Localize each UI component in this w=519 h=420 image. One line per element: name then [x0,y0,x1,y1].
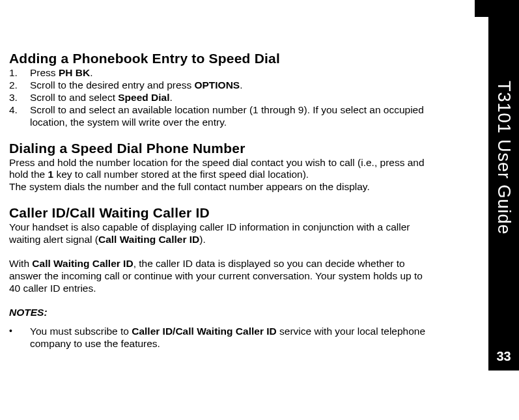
paragraph-callerid-1: Your handset is also capable of displayi… [9,221,431,246]
text-bold: Call Waiting Caller ID [32,258,133,269]
text-bold: Call Waiting Caller ID [98,234,199,245]
step-item: 1. Press PH BK. [9,67,431,79]
step-bold: Speed Dial [118,92,169,103]
paragraph-callerid-2: With Call Waiting Caller ID, the caller … [9,258,431,295]
step-text: Press [30,67,59,78]
paragraph-dialing-1: Press and hold the number location for t… [9,157,431,182]
text-segment: Your handset is also capable of displayi… [9,221,410,245]
step-text: Scroll to and select an available locati… [30,104,424,128]
document-title-vertical: T3101 User Guide [494,81,514,235]
step-text: Scroll to and select [30,92,118,103]
step-item: 4. Scroll to and select an available loc… [9,104,431,129]
page-content: Adding a Phonebook Entry to Speed Dial 1… [0,0,470,350]
bullet-icon: • [9,326,12,337]
top-black-accent [475,0,519,17]
step-item: 2. Scroll to the desired entry and press… [9,79,431,92]
step-number: 1. [9,67,18,79]
step-item: 3. Scroll to and select Speed Dial. [9,92,431,104]
text-segment: ). [199,234,205,245]
step-post: . [170,92,173,103]
step-post: . [90,67,92,78]
steps-list-adding: 1. Press PH BK. 2. Scroll to the desired… [9,67,431,129]
notes-list: • You must subscribe to Caller ID/Call W… [9,326,431,350]
step-number: 2. [9,79,18,92]
text-segment: key to call number stored at the first s… [53,169,309,180]
step-number: 4. [9,104,18,117]
step-post: . [240,79,242,91]
note-item: • You must subscribe to Caller ID/Call W… [9,326,431,350]
page-number: 33 [488,349,519,364]
step-bold: OPTIONS [194,79,240,91]
heading-caller-id: Caller ID/Call Waiting Caller ID [9,205,431,221]
step-text: Scroll to the desired entry and press [30,79,194,91]
notes-label: NOTES: [9,307,431,319]
step-number: 3. [9,92,18,104]
text-segment: You must subscribe to [30,326,132,337]
text-bold: 1 [48,169,53,180]
text-segment: With [9,258,32,269]
heading-dialing-speed-dial: Dialing a Speed Dial Phone Number [9,141,431,156]
heading-adding-phonebook: Adding a Phonebook Entry to Speed Dial [9,51,431,66]
text-bold: Caller ID/Call Waiting Caller ID [132,326,277,337]
step-bold: PH BK [59,67,90,78]
paragraph-dialing-2: The system dials the number and the full… [9,181,431,193]
side-black-bar: T3101 User Guide 33 [488,17,519,371]
